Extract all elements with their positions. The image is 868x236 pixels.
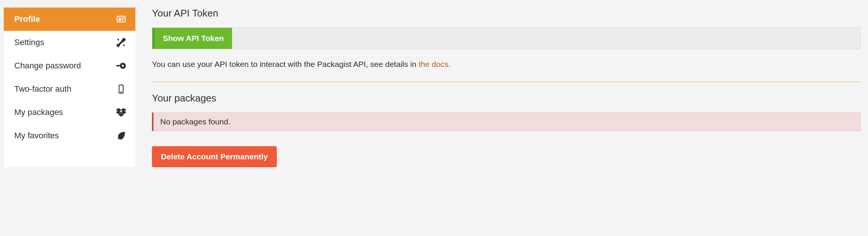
svg-point-1 [119,18,121,20]
sidebar-item-label: My packages [14,107,63,117]
sidebar-item-my-favorites[interactable]: My favorites [4,124,135,147]
api-token-title: Your API Token [152,8,860,19]
dropbox-icon [116,107,126,118]
sidebar: Profile Settings Change p [4,8,135,167]
sidebar-item-label: Settings [14,38,44,47]
show-api-token-button[interactable]: Show API Token [152,28,232,49]
key-icon [116,61,126,71]
mobile-icon [116,84,126,94]
tools-icon [116,37,126,48]
packages-title: Your packages [152,92,860,104]
sidebar-item-label: Profile [14,14,40,24]
sidebar-item-label: Change password [14,61,81,71]
sidebar-item-label: My favorites [14,131,59,141]
leaf-icon [116,130,126,141]
docs-link[interactable]: the docs [419,60,448,68]
sidebar-item-label: Two-factor auth [14,84,71,94]
sidebar-item-change-password[interactable]: Change password [4,54,135,77]
main-content: Your API Token Show API Token You can us… [152,8,860,167]
sidebar-item-profile[interactable]: Profile [4,8,135,31]
sidebar-item-settings[interactable]: Settings [4,31,135,54]
api-token-row: Show API Token [152,27,860,49]
delete-account-button[interactable]: Delete Account Permanently [152,146,277,167]
no-packages-alert: No packages found. [152,112,860,131]
svg-rect-0 [117,16,125,22]
api-token-field[interactable] [232,28,860,49]
api-token-description: You can use your API token to interact w… [152,58,860,70]
sidebar-item-two-factor[interactable]: Two-factor auth [4,77,135,101]
sidebar-item-my-packages[interactable]: My packages [4,101,135,124]
section-divider [152,82,860,82]
id-card-icon [116,14,126,24]
svg-point-6 [121,92,121,92]
